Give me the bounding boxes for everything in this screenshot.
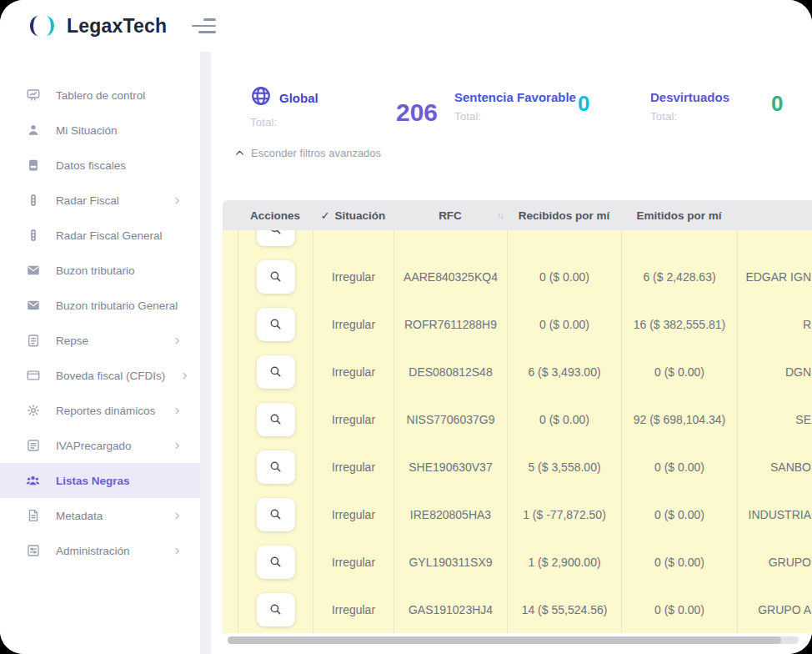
magnifier-icon — [268, 602, 283, 616]
acciones-cell — [238, 586, 313, 633]
hamburger-menu-icon[interactable] — [188, 15, 219, 37]
acciones-cell — [238, 348, 313, 395]
sidebar-scroll-gutter[interactable] — [200, 52, 211, 654]
nombre-cell: SE — [737, 395, 812, 443]
emitidos-cell: 16 ($ 382,555.81) — [621, 300, 737, 348]
chevron-right-icon — [173, 196, 182, 205]
horizontal-scrollbar-track[interactable] — [228, 636, 799, 644]
row-spacer-cell — [223, 300, 238, 348]
row-spacer-cell — [223, 443, 238, 490]
view-detail-button[interactable] — [257, 308, 295, 341]
sidebar-item-label: Administración — [56, 545, 130, 557]
table-row: IrregularIRE820805HA31 ($ -77,872.50)0 (… — [223, 490, 812, 538]
view-detail-button[interactable] — [257, 260, 295, 294]
situacion-cell: Irregular — [313, 300, 393, 348]
person-icon — [25, 123, 41, 138]
row-spacer-cell — [223, 538, 238, 586]
sidebar-item-administraci-n[interactable]: Administración — [0, 533, 200, 568]
sidebar-item-repse[interactable]: Repse — [0, 323, 200, 358]
dashboard-icon — [25, 88, 41, 103]
column-header-situacion[interactable]: ✓ Situación — [313, 200, 393, 230]
hide-advanced-filters-toggle[interactable]: Esconder filtros avanzados — [234, 147, 381, 159]
sidebar-item-radar-fiscal[interactable]: Radar Fiscal — [0, 183, 200, 218]
nombre-cell: EDGAR IGN — [737, 253, 812, 300]
sidebar-item-metadata[interactable]: Metadata — [0, 498, 200, 533]
file-icon — [25, 508, 41, 524]
hide-advanced-filters-label: Esconder filtros avanzados — [251, 147, 381, 159]
chevron-right-icon — [180, 371, 189, 380]
stat-sentencia-favorable: Sentencia Favorable Total: 0 — [454, 90, 621, 123]
view-detail-button[interactable] — [257, 230, 295, 246]
recibidos-cell: 1 ($ 2,900.00) — [507, 538, 621, 586]
sidebar: Tablero de controlMi SituaciónDatos fisc… — [0, 52, 200, 654]
sidebar-item-tablero-de-control[interactable]: Tablero de control — [0, 78, 200, 113]
sidebar-item-label: Radar Fiscal General — [56, 229, 163, 242]
view-detail-button[interactable] — [257, 450, 295, 484]
topbar: LegaxTech — [0, 0, 812, 52]
nombre-cell: DGN — [737, 348, 812, 395]
app-window: LegaxTech Tablero de controlMi Situación… — [0, 0, 812, 654]
acciones-cell — [238, 230, 313, 253]
emitidos-cell: 0 ($ 0.00) — [621, 586, 737, 633]
recibidos-cell: 14 ($ 55,524.56) — [507, 586, 621, 633]
emitidos-cell: 92 ($ 698,104.34) — [621, 395, 737, 443]
acciones-cell — [238, 253, 313, 300]
stat-desvirtuados: Desvirtuados Total: 0 — [650, 90, 792, 123]
sidebar-item-reportes-din-micos[interactable]: Reportes dinámicos — [0, 393, 200, 428]
column-header-rfc[interactable]: RFC ↑↓ — [393, 200, 507, 230]
view-detail-button[interactable] — [257, 355, 295, 389]
view-detail-button[interactable] — [257, 593, 295, 626]
sidebar-item-boveda-fiscal-cfdis[interactable]: Boveda fiscal (CFDIs) — [0, 358, 200, 393]
sidebar-item-label: IVAPrecargado — [56, 440, 132, 452]
horizontal-scrollbar-thumb[interactable] — [228, 636, 781, 644]
stat-global: Global Total: 206 — [250, 85, 454, 128]
sliders-icon — [25, 543, 41, 559]
book-icon — [25, 158, 41, 174]
sidebar-item-listas-negras[interactable]: Listas Negras — [0, 463, 200, 498]
magnifier-icon — [268, 555, 283, 569]
view-detail-button[interactable] — [257, 403, 295, 436]
recibidos-cell: 6 ($ 3,493.00) — [507, 348, 621, 395]
sidebar-item-label: Radar Fiscal — [56, 194, 119, 207]
row-spacer-cell — [223, 230, 238, 253]
sidebar-item-buzon-tributario[interactable]: Buzon tributario — [0, 253, 200, 288]
rfc-cell: AARE840325KQ4 — [393, 253, 507, 300]
sidebar-item-label: Listas Negras — [56, 475, 130, 487]
sidebar-item-buzon-tributario-general[interactable]: Buzon tributario General — [0, 288, 200, 323]
situacion-cell: Irregular — [313, 538, 393, 586]
nombre-cell: GRUPO A — [737, 586, 812, 633]
recibidos-cell: 0 ($ 0.00) — [507, 253, 621, 300]
sidebar-item-label: Buzon tributario General — [56, 299, 178, 312]
acciones-cell — [238, 490, 313, 538]
column-header-acciones[interactable]: Acciones — [238, 200, 313, 230]
row-spacer-cell — [223, 395, 238, 443]
stat-desvirtuados-value: 0 — [771, 91, 783, 117]
view-detail-button[interactable] — [257, 546, 295, 579]
emitidos-cell: 0 ($ 0.00) — [621, 538, 737, 586]
sidebar-item-datos-fiscales[interactable]: Datos fiscales — [0, 148, 200, 183]
sidebar-item-ivaprecargado[interactable]: IVAPrecargado — [0, 428, 200, 463]
column-header-recibidos[interactable]: Recibidos por mí — [507, 200, 621, 230]
chevron-right-icon — [173, 511, 182, 521]
chevron-right-icon — [173, 441, 182, 450]
magnifier-icon — [268, 460, 283, 474]
table-row: IrregularDES080812S486 ($ 3,493.00)0 ($ … — [223, 348, 812, 395]
situacion-cell: Irregular — [313, 490, 393, 538]
situacion-cell: Irregular — [313, 586, 393, 633]
sidebar-item-radar-fiscal-general[interactable]: Radar Fiscal General — [0, 218, 200, 253]
view-detail-button[interactable] — [257, 498, 295, 531]
magnifier-icon — [268, 317, 283, 331]
situacion-cell: Irregular — [313, 395, 393, 443]
stat-sentencia-total-label: Total: — [454, 110, 621, 123]
gear-icon — [25, 403, 41, 419]
sort-arrows-icon[interactable]: ↑↓ — [497, 210, 503, 220]
sidebar-item-mi-situaci-n[interactable]: Mi Situación — [0, 113, 200, 148]
rfc-cell: NISS7706037G9 — [393, 395, 507, 443]
table-body: IrregularAARE840325KQ40 ($ 0.00)6 ($ 2,4… — [223, 230, 812, 633]
main-content: Global Total: 206 Sentencia Favorable To… — [211, 52, 812, 654]
column-header-emitidos[interactable]: Emitidos por mí — [621, 200, 737, 230]
column-header-nombre — [737, 200, 812, 230]
table-row: IrregularGYL190311SX91 ($ 2,900.00)0 ($ … — [223, 538, 812, 586]
table-header-spacer — [223, 200, 238, 230]
emitidos-cell: 0 ($ 0.00) — [621, 348, 737, 395]
